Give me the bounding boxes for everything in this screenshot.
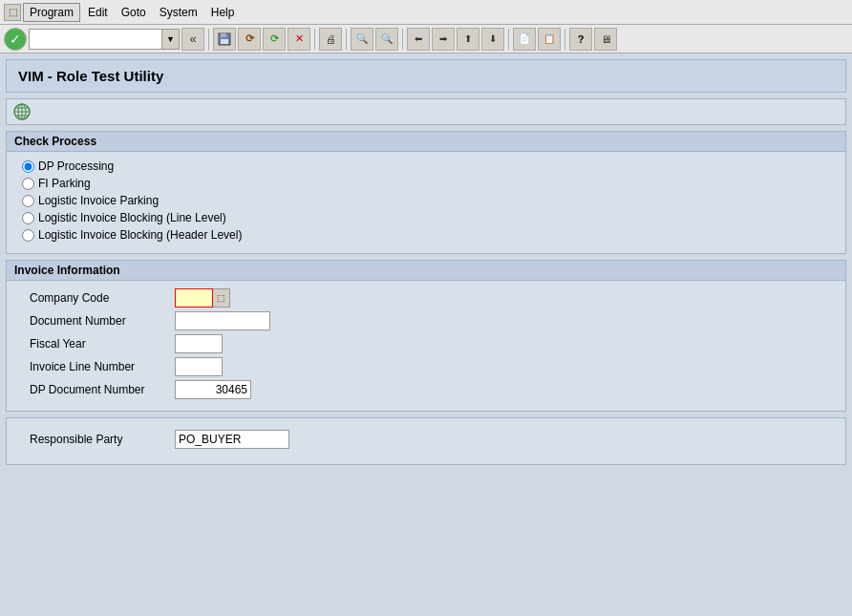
dp-document-number-label: DP Document Number: [22, 383, 175, 396]
company-code-input[interactable]: [175, 288, 213, 308]
invoice-information-body: Company Code ⬚ Document Number Fiscal Ye…: [7, 281, 845, 411]
menu-bar: ⬚ Program Edit Goto System Help: [0, 0, 852, 25]
shortcut1-btn[interactable]: ⟳: [238, 28, 261, 51]
radio-logistic-invoice-blocking-header[interactable]: Logistic Invoice Blocking (Header Level): [22, 228, 830, 242]
help-btn[interactable]: ?: [569, 28, 592, 51]
command-dropdown[interactable]: ▼: [162, 29, 180, 50]
company-code-btn[interactable]: ⬚: [213, 288, 230, 308]
radio-fi-label[interactable]: FI Parking: [38, 177, 91, 190]
responsible-party-input[interactable]: [175, 430, 289, 449]
radio-logistic-invoice-parking[interactable]: Logistic Invoice Parking: [22, 194, 830, 207]
sep2: [314, 29, 315, 50]
app-icon[interactable]: ⬚: [4, 4, 21, 21]
sep1: [208, 29, 209, 50]
check-process-header: Check Process: [7, 132, 845, 152]
find2-btn[interactable]: 🔍: [375, 28, 398, 51]
page1-btn[interactable]: ⬅: [407, 28, 430, 51]
sep4: [402, 29, 403, 50]
document-number-row: Document Number: [22, 311, 830, 330]
nav-back-btn[interactable]: «: [181, 28, 204, 51]
radio-fi-parking[interactable]: FI Parking: [22, 177, 830, 190]
find-btn[interactable]: 🔍: [351, 28, 373, 51]
invoice-information-header: Invoice Information: [7, 261, 845, 281]
responsible-party-label: Responsible Party: [22, 433, 175, 446]
radio-libh-input[interactable]: [22, 229, 34, 242]
radio-lip-input[interactable]: [22, 195, 34, 207]
globe-icon[interactable]: [12, 102, 32, 121]
radio-dp-processing[interactable]: DP Processing: [22, 159, 830, 173]
fiscal-year-row: Fiscal Year: [22, 334, 830, 353]
page-title: VIM - Role Test Utility: [18, 68, 834, 84]
print-btn[interactable]: 🖨: [319, 28, 342, 51]
title-panel: VIM - Role Test Utility: [6, 59, 846, 93]
sep3: [346, 29, 347, 50]
svg-rect-2: [221, 39, 228, 44]
invoice-line-number-input[interactable]: [175, 357, 223, 376]
check-process-section: Check Process DP Processing FI Parking L…: [6, 131, 846, 254]
page2-btn[interactable]: ➡: [432, 28, 455, 51]
page4-btn[interactable]: ⬇: [481, 28, 504, 51]
radio-libh-label[interactable]: Logistic Invoice Blocking (Header Level): [38, 228, 242, 242]
menu-goto[interactable]: Goto: [116, 4, 152, 21]
content-area: VIM - Role Test Utility Check Process DP…: [0, 53, 852, 477]
responsible-party-row: Responsible Party: [22, 430, 830, 449]
radio-dp-label[interactable]: DP Processing: [38, 159, 114, 173]
command-input[interactable]: [29, 29, 162, 50]
company-code-label: Company Code: [22, 291, 175, 305]
sep5: [508, 29, 509, 50]
toolbar: ✓ ▼ « ⟳ ⟳ ✕ 🖨 🔍 🔍 ⬅ ➡ ⬆ ⬇ 📄 📋 ? 🖥: [0, 25, 852, 53]
svg-rect-1: [221, 33, 226, 37]
doc1-btn[interactable]: 📄: [513, 28, 536, 51]
doc2-btn[interactable]: 📋: [538, 28, 561, 51]
radio-fi-input[interactable]: [22, 178, 34, 190]
fiscal-year-label: Fiscal Year: [22, 337, 175, 350]
save-btn[interactable]: [213, 28, 236, 51]
radio-dp-input[interactable]: [22, 160, 34, 173]
menu-edit[interactable]: Edit: [82, 4, 114, 21]
radio-logistic-invoice-blocking-line[interactable]: Logistic Invoice Blocking (Line Level): [22, 211, 830, 224]
fiscal-year-input[interactable]: [175, 334, 223, 353]
radio-libl-label[interactable]: Logistic Invoice Blocking (Line Level): [38, 211, 226, 224]
sub-toolbar: [6, 98, 846, 125]
menu-system[interactable]: System: [154, 4, 203, 21]
menu-program[interactable]: Program: [23, 3, 80, 22]
check-process-body: DP Processing FI Parking Logistic Invoic…: [7, 152, 845, 253]
check-btn[interactable]: ✓: [4, 28, 27, 51]
sep6: [564, 29, 565, 50]
radio-libl-input[interactable]: [22, 212, 34, 224]
page3-btn[interactable]: ⬆: [457, 28, 479, 51]
shortcut2-btn[interactable]: ⟳: [263, 28, 286, 51]
document-number-label: Document Number: [22, 314, 175, 328]
invoice-line-number-row: Invoice Line Number: [22, 357, 830, 376]
dp-document-number-row: DP Document Number: [22, 380, 830, 399]
document-number-input[interactable]: [175, 311, 270, 330]
responsible-party-section: Responsible Party: [6, 417, 846, 465]
dp-document-number-input[interactable]: [175, 380, 251, 399]
company-code-row: Company Code ⬚: [22, 288, 830, 308]
invoice-information-section: Invoice Information Company Code ⬚ Docum…: [6, 260, 846, 412]
invoice-line-number-label: Invoice Line Number: [22, 360, 175, 373]
menu-help[interactable]: Help: [205, 4, 241, 21]
shortcut3-btn[interactable]: ✕: [288, 28, 310, 51]
radio-lip-label[interactable]: Logistic Invoice Parking: [38, 194, 159, 207]
monitor-btn[interactable]: 🖥: [594, 28, 617, 51]
